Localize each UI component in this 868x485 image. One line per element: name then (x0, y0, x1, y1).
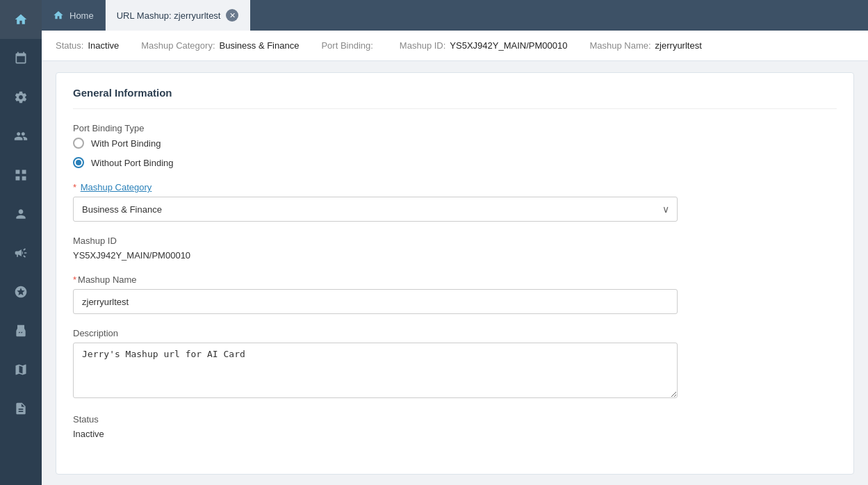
tab-url-mashup[interactable]: URL Mashup: zjerryurltest ✕ (106, 0, 251, 31)
sidebar-icon-megaphone[interactable] (0, 233, 42, 272)
mashup-name-input[interactable] (73, 289, 678, 314)
content-area: General Information Port Binding Type Wi… (42, 61, 868, 485)
mashup-name-label: Mashup Name (73, 274, 837, 285)
tab-close-button[interactable]: ✕ (226, 9, 238, 22)
sidebar-icon-contacts[interactable] (0, 195, 42, 233)
category-label: Mashup Category: (141, 40, 215, 51)
sidebar-icon-calendar[interactable] (0, 39, 42, 78)
tab-url-mashup-label: URL Mashup: zjerryurltest (117, 10, 221, 21)
section-title: General Information (73, 87, 837, 109)
mashup-id-label: Mashup ID (73, 236, 837, 246)
mashup-id-group: Mashup ID YS5XJ942Y_MAIN/PM00010 (73, 236, 837, 261)
status-group: Status Inactive (73, 414, 837, 439)
mashupname-label: Mashup Name: (589, 40, 650, 51)
radio-without-indicator (73, 157, 84, 168)
status-item-status: Status: Inactive (56, 40, 119, 51)
mashup-category-group: Mashup Category Business & Finance Techn… (73, 182, 837, 222)
description-group: Description Jerry's Mashup url for AI Ca… (73, 328, 837, 400)
radio-group-port-binding: With Port Binding Without Port Binding (73, 138, 837, 168)
mashup-category-select-wrapper: Business & Finance Technology Finance Ma… (73, 197, 678, 222)
radio-without-label: Without Port Binding (91, 158, 174, 168)
category-value: Business & Finance (220, 40, 300, 51)
form-status-value: Inactive (73, 429, 837, 439)
tab-home[interactable]: Home (42, 0, 106, 31)
sidebar-icon-star-list[interactable] (0, 272, 42, 311)
form-status-label: Status (73, 414, 837, 425)
mashup-name-group: Mashup Name (73, 274, 837, 314)
status-item-mashupname: Mashup Name: zjerryurltest (589, 40, 701, 51)
mashup-category-label: Mashup Category (73, 182, 837, 192)
description-textarea[interactable]: Jerry's Mashup url for AI Card (73, 343, 678, 398)
mashup-category-select[interactable]: Business & Finance Technology Finance Ma… (73, 197, 678, 222)
portbinding-label: Port Binding: (321, 40, 372, 51)
status-item-portbinding: Port Binding: (321, 40, 377, 51)
mashup-id-value: YS5XJ942Y_MAIN/PM00010 (73, 250, 837, 261)
sidebar-icon-users[interactable] (0, 117, 42, 156)
mashupid-label: Mashup ID: (400, 40, 445, 51)
status-bar: Status: Inactive Mashup Category: Busine… (42, 31, 868, 61)
description-label: Description (73, 328, 837, 338)
sidebar-icon-cube[interactable] (0, 350, 42, 389)
status-label: Status: (56, 40, 83, 51)
radio-with-label: With Port Binding (91, 138, 161, 149)
status-value: Inactive (88, 40, 119, 51)
sidebar-icon-report[interactable] (0, 389, 42, 428)
radio-without-port-binding[interactable]: Without Port Binding (73, 157, 837, 168)
form-panel: General Information Port Binding Type Wi… (56, 72, 854, 475)
mashup-category-link[interactable]: Mashup Category (81, 182, 152, 192)
sidebar-icon-settings[interactable] (0, 78, 42, 117)
sidebar-icon-grid[interactable] (0, 156, 42, 195)
sidebar-icon-flask[interactable] (0, 311, 42, 350)
sidebar (0, 0, 42, 485)
radio-with-port-binding[interactable]: With Port Binding (73, 138, 837, 149)
radio-with-indicator (73, 138, 84, 149)
tab-home-label: Home (69, 10, 94, 21)
tab-bar: Home URL Mashup: zjerryurltest ✕ (42, 0, 868, 31)
port-binding-type-group: Port Binding Type With Port Binding With… (73, 123, 837, 168)
mashupid-value: YS5XJ942Y_MAIN/PM00010 (450, 40, 567, 51)
mashupname-value: zjerryurltest (655, 40, 702, 51)
port-binding-type-label: Port Binding Type (73, 123, 837, 133)
status-item-category: Mashup Category: Business & Finance (141, 40, 299, 51)
sidebar-icon-home[interactable] (0, 0, 42, 39)
home-tab-icon (53, 10, 64, 21)
main-content: Home URL Mashup: zjerryurltest ✕ Status:… (42, 0, 868, 485)
status-item-mashupid: Mashup ID: YS5XJ942Y_MAIN/PM00010 (400, 40, 568, 51)
